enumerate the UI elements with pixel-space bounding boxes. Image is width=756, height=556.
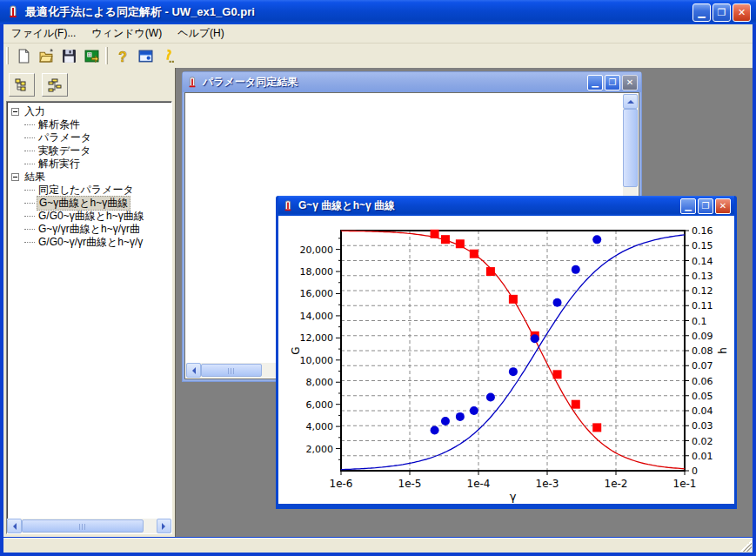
tree-connector	[24, 229, 35, 230]
tree-connector	[24, 151, 35, 151]
tree-expand-button[interactable]	[9, 73, 35, 97]
chart-window-titlebar[interactable]: G~γ 曲線とh~γ 曲線 ▁ ❐ ✕	[278, 196, 734, 216]
tree-node[interactable]: 入力	[7, 105, 171, 118]
param-window-icon	[186, 77, 198, 89]
scrollbar-thumb[interactable]	[201, 364, 262, 377]
collapse-icon[interactable]	[11, 173, 19, 181]
tree-connector	[24, 242, 35, 243]
tree-node[interactable]: 実験データ	[7, 144, 171, 157]
svg-text:8,000: 8,000	[306, 377, 334, 388]
tree-node-label[interactable]: G~γ/γr曲線とh~γ/γr曲	[37, 223, 142, 236]
chart-maximize-button[interactable]: ❐	[698, 198, 713, 214]
svg-text:1e-1: 1e-1	[673, 478, 697, 490]
tree-node-label[interactable]: G/G0~γ曲線とh~γ曲線	[37, 210, 146, 223]
open-file-button[interactable]	[35, 45, 57, 66]
maximize-button[interactable]: ❐	[713, 3, 731, 22]
menu-file[interactable]: ファイル(F)...	[3, 24, 84, 43]
window-title: 最適化手法による同定解析 - UW_ex1_G0.pri	[25, 4, 255, 20]
tree-node-label[interactable]: 入力	[23, 105, 47, 118]
exit-button[interactable]	[157, 45, 179, 66]
help-button[interactable]: ?	[111, 45, 134, 66]
tree-node-label[interactable]: 実験データ	[37, 144, 93, 157]
open-file-icon	[39, 49, 54, 64]
toolbar-grip2	[105, 47, 108, 64]
scroll-right-arrow[interactable]	[157, 519, 171, 533]
tree-connector	[24, 216, 35, 217]
window-cascade-icon	[138, 49, 153, 64]
svg-text:0.07: 0.07	[692, 360, 713, 372]
svg-text:12,000: 12,000	[300, 332, 334, 344]
svg-text:1e-6: 1e-6	[330, 478, 353, 490]
tree-node-label[interactable]: パラメータ	[37, 131, 93, 144]
param-close-button[interactable]: ✕	[622, 75, 638, 90]
param-maximize-button[interactable]: ❐	[605, 75, 620, 90]
tree-node-label[interactable]: G~γ曲線とh~γ曲線	[37, 196, 130, 211]
svg-text:0.06: 0.06	[692, 376, 713, 387]
tree-node-label[interactable]: G/G0~γ/γr曲線とh~γ/γ	[37, 236, 144, 249]
scroll-left-arrow[interactable]	[7, 519, 22, 533]
minimize-button[interactable]: ▁	[692, 3, 711, 22]
chart-window[interactable]: G~γ 曲線とh~γ 曲線 ▁ ❐ ✕ 2,0004,0006,0008,000…	[276, 196, 737, 509]
svg-text:6,000: 6,000	[306, 399, 334, 411]
tree-connector	[24, 124, 35, 125]
scroll-left-arrow[interactable]	[186, 363, 201, 378]
tree-node[interactable]: G/G0~γ/γr曲線とh~γ/γ	[7, 236, 171, 249]
tree-node[interactable]: G~γ/γr曲線とh~γ/γr曲	[7, 223, 171, 236]
param-minimize-button[interactable]: ▁	[587, 75, 603, 90]
tree-node[interactable]: 同定したパラメータ	[7, 184, 171, 197]
chart-minimize-button[interactable]: ▁	[680, 198, 696, 214]
tree-connector	[24, 203, 35, 204]
collapse-icon[interactable]	[11, 108, 19, 116]
tree-horizontal-scrollbar[interactable]	[7, 519, 171, 533]
run-export-button[interactable]	[80, 45, 103, 66]
tree-node[interactable]: 結果	[7, 171, 171, 184]
svg-text:2,000: 2,000	[306, 444, 334, 455]
main-window: 最適化手法による同定解析 - UW_ex1_G0.pri ▁ ❐ ✕ ファイル(…	[0, 0, 756, 556]
svg-text:0.11: 0.11	[692, 300, 713, 311]
scrollbar-thumb[interactable]	[22, 519, 144, 533]
toolbar-grip	[6, 47, 9, 64]
tree-node[interactable]: パラメータ	[7, 131, 171, 144]
svg-text:10,000: 10,000	[300, 355, 334, 366]
svg-text:1e-5: 1e-5	[398, 478, 422, 490]
tree-node-label[interactable]: 結果	[23, 171, 47, 184]
param-window-title: パラメータ同定結果	[203, 75, 298, 90]
tree-node[interactable]: G~γ曲線とh~γ曲線	[7, 197, 171, 210]
window-cascade-button[interactable]	[134, 45, 157, 66]
tree-collapse-icon	[47, 78, 63, 92]
close-button[interactable]: ✕	[733, 3, 751, 22]
new-file-icon	[17, 49, 31, 64]
tree-expand-icon	[14, 78, 30, 92]
svg-text:0.05: 0.05	[692, 391, 713, 402]
tree-node-label[interactable]: 解析条件	[37, 118, 82, 131]
menu-help[interactable]: ヘルプ(H)	[170, 24, 232, 43]
resize-grip[interactable]	[740, 540, 752, 552]
tree-node-label[interactable]: 解析実行	[37, 157, 82, 171]
svg-text:0.12: 0.12	[692, 285, 713, 297]
app-icon	[6, 5, 20, 19]
save-icon	[62, 49, 77, 64]
svg-text:1e-4: 1e-4	[467, 478, 491, 490]
svg-text:14,000: 14,000	[300, 311, 334, 322]
menu-window[interactable]: ウィンドウ(W)	[84, 24, 170, 43]
scrollbar-thumb[interactable]	[623, 109, 638, 187]
tree-node[interactable]: 解析条件	[7, 118, 171, 131]
tree-node[interactable]: 解析実行	[7, 157, 171, 171]
svg-text:0.13: 0.13	[692, 271, 713, 282]
title-bar[interactable]: 最適化手法による同定解析 - UW_ex1_G0.pri ▁ ❐ ✕	[0, 0, 756, 24]
param-window-titlebar[interactable]: パラメータ同定結果 ▁ ❐ ✕	[183, 72, 641, 92]
new-file-button[interactable]	[12, 45, 35, 66]
svg-text:0.01: 0.01	[692, 451, 713, 462]
save-file-button[interactable]	[57, 45, 80, 66]
tree-collapse-button[interactable]	[42, 73, 68, 97]
svg-text:20,000: 20,000	[300, 245, 334, 256]
svg-text:h: h	[717, 347, 729, 354]
tree-node-label[interactable]: 同定したパラメータ	[37, 184, 136, 197]
tree-node[interactable]: G/G0~γ曲線とh~γ曲線	[7, 210, 171, 223]
chart-window-icon	[282, 200, 294, 212]
chart-close-button[interactable]: ✕	[715, 198, 731, 214]
svg-text:0: 0	[692, 466, 698, 477]
status-bar	[3, 538, 753, 553]
svg-text:1e-2: 1e-2	[605, 478, 628, 490]
scroll-up-arrow[interactable]	[623, 94, 638, 109]
